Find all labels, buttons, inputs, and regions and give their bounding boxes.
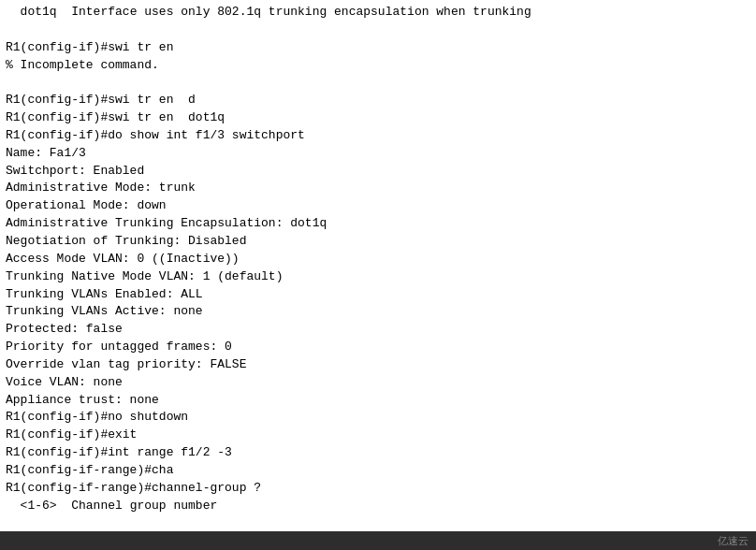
footer-bar: 亿速云 [0,531,756,550]
terminal-content: dot1q Interface uses only 802.1q trunkin… [6,4,750,531]
terminal-window: dot1q Interface uses only 802.1q trunkin… [0,0,756,531]
footer-logo: 亿速云 [718,534,749,548]
